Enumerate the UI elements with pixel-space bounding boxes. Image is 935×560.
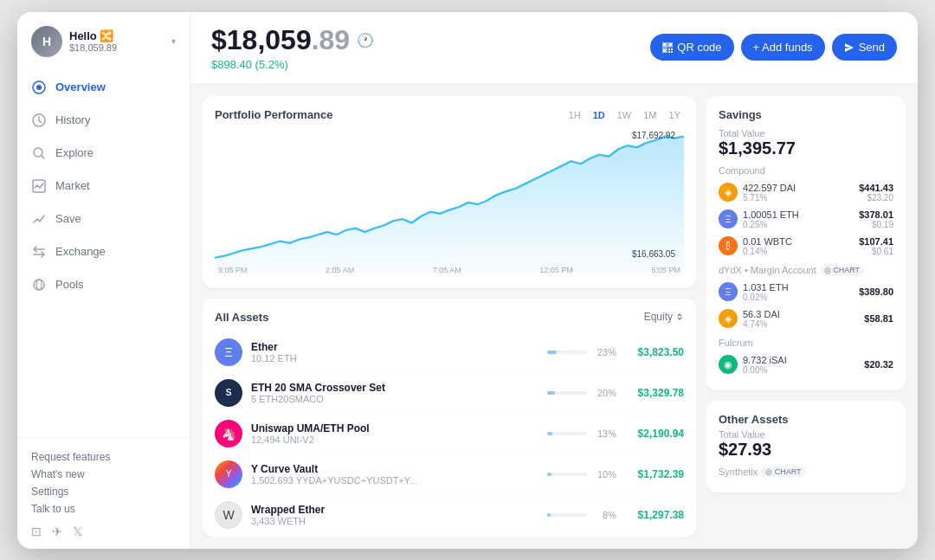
sidebar-item-save[interactable]: Save [17, 203, 190, 235]
isai-icon: ◉ [719, 355, 738, 374]
profile-balance: $18,059.89 [69, 42, 164, 53]
overview-label: Overview [55, 80, 106, 93]
add-funds-button[interactable]: + Add funds [741, 34, 825, 61]
main-content: $18,059.89 🕐 $898.40 (5.2%) QR code + Ad… [190, 12, 918, 549]
savings-row-eth[interactable]: Ξ 1.00051 ETH 0.25% $378.01 $0.19 [719, 206, 893, 233]
sidebar-item-market[interactable]: Market [17, 170, 190, 203]
dydx-dai-icon: ◈ [719, 309, 738, 328]
wbtc-icon: ₿ [719, 236, 738, 255]
footer-whats-new[interactable]: What's new [31, 466, 176, 483]
add-funds-label: + Add funds [753, 41, 813, 54]
explore-label: Explore [55, 146, 94, 159]
body-content: Portfolio Performance 1H 1D 1W 1M 1Y $17… [190, 84, 918, 549]
asset-name-set: ETH 20 SMA Crossover Set [251, 382, 538, 394]
footer-request-features[interactable]: Request features [31, 448, 176, 466]
telegram-icon[interactable]: ✈ [52, 525, 62, 538]
dydx-dai-usd: $58.81 [864, 313, 893, 324]
sidebar-item-exchange[interactable]: Exchange [17, 235, 190, 268]
eth-icon: Ξ [719, 209, 738, 229]
asset-sub-set: 5 ETH20SMACO [251, 394, 538, 404]
market-label: Market [55, 179, 90, 192]
discord-icon[interactable]: ⊡ [31, 525, 42, 538]
dydx-dai-amount: 56.3 DAI [743, 309, 859, 319]
asset-icon-ether: Ξ [215, 338, 242, 366]
savings-row-wbtc[interactable]: ₿ 0.01 WBTC 0.14% $107.41 $0.61 [719, 233, 893, 260]
table-row[interactable]: W Wrapped Ether 3,433 WETH 8% $1,297.38 [215, 495, 684, 536]
social-icons: ⊡ ✈ 𝕏 [31, 525, 176, 538]
dai-icon: ◈ [719, 183, 738, 202]
pools-icon [31, 277, 47, 293]
savings-title: Savings [719, 108, 893, 121]
sidebar: H Hello 🔀 $18,059.89 ▾ Overview History [17, 12, 190, 549]
time-filter-1w[interactable]: 1W [614, 108, 635, 122]
sidebar-item-overview[interactable]: Overview [17, 71, 190, 104]
equity-sort-button[interactable]: Equity [644, 311, 684, 323]
wbtc-amount: 0.01 WBTC [743, 236, 854, 247]
time-filter-1d[interactable]: 1D [590, 108, 609, 122]
portfolio-chart-card: Portfolio Performance 1H 1D 1W 1M 1Y $17… [203, 96, 696, 288]
sidebar-item-history[interactable]: History [17, 104, 190, 137]
footer-settings[interactable]: Settings [31, 483, 176, 500]
asset-pct-weth: 8% [592, 510, 616, 520]
send-button[interactable]: Send [832, 34, 897, 61]
profile-section[interactable]: H Hello 🔀 $18,059.89 ▾ [17, 12, 190, 68]
isai-pct: 0.00% [743, 365, 859, 375]
sidebar-footer: Request features What's new Settings Tal… [17, 437, 190, 549]
asset-pct-ether: 23% [592, 347, 616, 357]
asset-sub-weth: 3,433 WETH [251, 516, 538, 526]
qr-code-label: QR code [677, 41, 721, 54]
asset-name-ether: Ether [251, 341, 538, 353]
savings-row-dai[interactable]: ◈ 422.597 DAI 5.71% $441.43 $23.20 [719, 179, 893, 206]
time-filter-1y[interactable]: 1Y [666, 108, 684, 122]
table-row[interactable]: M Mooniswap wNXM/USDC Pool 7.96 MOON-V1-… [215, 536, 684, 537]
header-actions: QR code + Add funds Send [650, 34, 897, 61]
savings-row-dydx-eth[interactable]: Ξ 1.031 ETH 0.02% $389.80 [719, 279, 893, 306]
asset-sub-uni: 12,494 UNI-V2 [251, 434, 538, 445]
other-total-label: Total Value [719, 429, 893, 440]
table-row[interactable]: Y Y Curve Vault 1,502.693 YYDA+YUSDC+YUS… [215, 454, 684, 495]
search-icon [31, 145, 47, 161]
isai-usd: $20.32 [864, 359, 893, 370]
time-filter-1h[interactable]: 1H [565, 108, 584, 122]
dydx-dai-pct: 4.74% [743, 319, 859, 329]
other-assets-title: Other Assets [719, 413, 893, 426]
dydx-eth-usd: $389.80 [859, 286, 893, 297]
dydx-eth-amount: 1.031 ETH [743, 282, 854, 293]
time-filter-1m[interactable]: 1M [640, 108, 660, 122]
savings-row-isai[interactable]: ◉ 9.732 iSAI 0.00% $20.32 [719, 351, 893, 378]
savings-row-dydx-dai[interactable]: ◈ 56.3 DAI 4.74% $58.81 [719, 306, 893, 332]
footer-talk-to-us[interactable]: Talk to us [31, 500, 176, 518]
svg-rect-15 [671, 48, 673, 50]
x-label-4: 5:05 PM [651, 266, 680, 274]
other-assets-card: Other Assets Total Value $27.93 Syntheti… [706, 401, 906, 492]
x-label-0: 9:05 PM [218, 266, 248, 274]
chart-high-label: $17,692.92 [632, 131, 675, 140]
asset-pct-set: 20% [592, 388, 616, 398]
dydx-header: dYdX • Margin Account ◎ CHART [719, 265, 893, 275]
table-row[interactable]: 🦄 Uniswap UMA/ETH Pool 12,494 UNI-V2 13%… [215, 414, 684, 454]
chart-badge-dydx[interactable]: ◎ CHART [820, 265, 864, 275]
balance-change: $898.40 (5.2%) [211, 58, 374, 71]
twitter-icon[interactable]: 𝕏 [73, 525, 82, 538]
table-row[interactable]: S ETH 20 SMA Crossover Set 5 ETH20SMACO … [215, 373, 684, 414]
other-total-value: $27.93 [719, 440, 893, 460]
table-row[interactable]: Ξ Ether 10.12 ETH 23% $3,823.50 [215, 332, 684, 373]
svg-rect-13 [663, 49, 666, 52]
savings-card: Savings Total Value $1,395.77 Compound ◈… [706, 96, 906, 390]
asset-icon-set: S [215, 379, 242, 407]
svg-rect-11 [669, 43, 672, 46]
sidebar-item-pools[interactable]: Pools [17, 268, 190, 301]
sidebar-item-explore[interactable]: Explore [17, 137, 190, 170]
asset-value-curve: $1,732.39 [625, 468, 684, 480]
synthetix-header: Synthetix ◎ CHART [719, 467, 893, 477]
dydx-label: dYdX • Margin Account [719, 265, 816, 275]
asset-pct-uni: 13% [592, 428, 616, 439]
history-label: History [55, 113, 90, 126]
x-label-2: 7:05 AM [433, 266, 461, 274]
chart-badge-synthetix[interactable]: ◎ CHART [761, 467, 805, 477]
synthetix-label: Synthetix [719, 467, 758, 477]
svg-point-6 [34, 280, 44, 290]
qr-code-button[interactable]: QR code [650, 34, 733, 61]
asset-sub-curve: 1,502.693 YYDA+YUSDC+YUSDT+Y... [251, 475, 538, 486]
asset-icon-weth: W [215, 501, 242, 529]
